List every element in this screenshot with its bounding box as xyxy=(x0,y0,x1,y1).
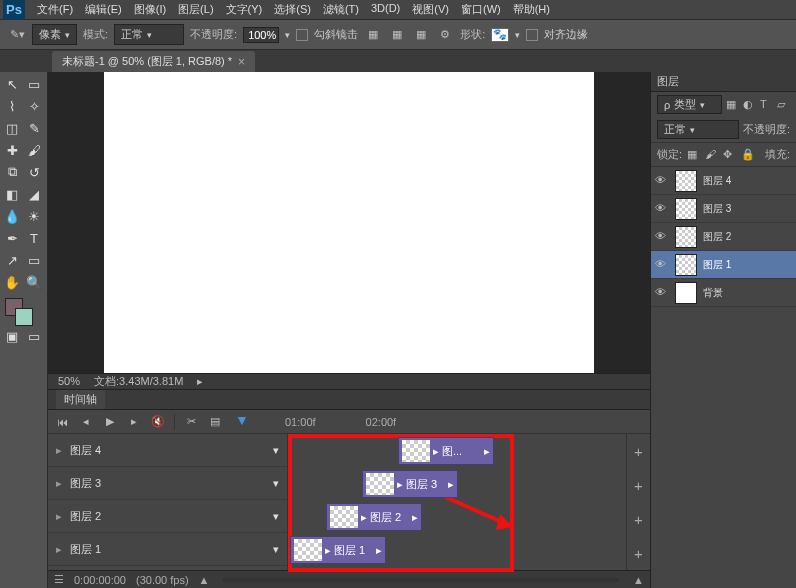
clip-menu-icon[interactable]: ▸ xyxy=(376,544,382,557)
layer-row[interactable]: 👁背景 xyxy=(651,279,796,307)
play-button[interactable]: ▶ xyxy=(102,415,118,429)
split-button[interactable]: ✂ xyxy=(183,415,199,429)
stamp-tool[interactable]: ⧉ xyxy=(2,162,22,182)
marquee-tool[interactable]: ▭ xyxy=(24,74,44,94)
opt-icon-2[interactable]: ▦ xyxy=(388,26,406,44)
clip-arrow-icon[interactable]: ▸ xyxy=(433,445,439,458)
expand-icon[interactable]: ▸ xyxy=(56,444,62,457)
timeline-row[interactable]: ▸图层 1▾ xyxy=(48,533,287,566)
timeline-menu-icon[interactable]: ☰ xyxy=(54,573,64,586)
visibility-icon[interactable]: 👁 xyxy=(655,174,669,188)
visibility-icon[interactable]: 👁 xyxy=(655,258,669,272)
opt-icon-3[interactable]: ▦ xyxy=(412,26,430,44)
track-menu-icon[interactable]: ▾ xyxy=(273,510,279,523)
opacity-input[interactable]: 100% xyxy=(243,27,279,43)
mute-button[interactable]: 🔇 xyxy=(150,415,166,429)
screen-mode-tool[interactable]: ▭ xyxy=(24,326,44,346)
timeline-clip[interactable]: ▸图...▸ xyxy=(398,437,494,465)
eraser-tool[interactable]: ◧ xyxy=(2,184,22,204)
opacity-flyout-icon[interactable]: ▾ xyxy=(285,30,290,40)
visibility-icon[interactable]: 👁 xyxy=(655,230,669,244)
menu-item[interactable]: 编辑(E) xyxy=(79,2,128,17)
track-menu-icon[interactable]: ▾ xyxy=(273,543,279,556)
tool-preset-icon[interactable]: ✎▾ xyxy=(8,26,26,44)
layer-row[interactable]: 👁图层 4 xyxy=(651,167,796,195)
track-menu-icon[interactable]: ▾ xyxy=(273,477,279,490)
layer-blend-select[interactable]: 正常▾ xyxy=(657,120,739,139)
menu-item[interactable]: 文件(F) xyxy=(31,2,79,17)
menu-item[interactable]: 窗口(W) xyxy=(455,2,507,17)
layer-filter-select[interactable]: ρ类型▾ xyxy=(657,95,722,114)
align-checkbox[interactable] xyxy=(526,29,538,41)
canvas-area[interactable] xyxy=(48,72,650,373)
history-brush-tool[interactable]: ↺ xyxy=(24,162,44,182)
expand-icon[interactable]: ▸ xyxy=(56,510,62,523)
canvas[interactable] xyxy=(104,72,594,373)
timeline-row[interactable]: ▸图层 3▾ xyxy=(48,467,287,500)
clip-arrow-icon[interactable]: ▸ xyxy=(397,478,403,491)
zoom-tool[interactable]: 🔍 xyxy=(24,272,44,292)
clip-arrow-icon[interactable]: ▸ xyxy=(361,511,367,524)
opt-icon-1[interactable]: ▦ xyxy=(364,26,382,44)
background-swatch[interactable] xyxy=(15,308,33,326)
menu-item[interactable]: 选择(S) xyxy=(268,2,317,17)
prev-frame-button[interactable]: ◂ xyxy=(78,415,94,429)
menu-item[interactable]: 3D(D) xyxy=(365,2,406,17)
zoom-level[interactable]: 50% xyxy=(58,375,80,387)
type-tool[interactable]: T xyxy=(24,228,44,248)
lock-all-icon[interactable]: 🔒 xyxy=(741,148,754,161)
add-media-button[interactable]: + xyxy=(627,434,650,468)
clip-arrow-icon[interactable]: ▸ xyxy=(325,544,331,557)
crop-tool[interactable]: ◫ xyxy=(2,118,22,138)
pen-tool[interactable]: ✒ xyxy=(2,228,22,248)
track-menu-icon[interactable]: ▾ xyxy=(273,444,279,457)
status-flyout-icon[interactable]: ▸ xyxy=(197,375,203,388)
timeline-clip[interactable]: ▸图层 1▸ xyxy=(290,536,386,564)
brush-tool[interactable]: 🖌 xyxy=(24,140,44,160)
menu-item[interactable]: 图层(L) xyxy=(172,2,219,17)
clip-menu-icon[interactable]: ▸ xyxy=(412,511,418,524)
layer-row[interactable]: 👁图层 3 xyxy=(651,195,796,223)
first-frame-button[interactable]: ⏮ xyxy=(54,415,70,429)
timeline-row[interactable]: ▸图层 4▾ xyxy=(48,434,287,467)
heal-tool[interactable]: ✚ xyxy=(2,140,22,160)
visibility-icon[interactable]: 👁 xyxy=(655,202,669,216)
gear-icon[interactable]: ⚙ xyxy=(436,26,454,44)
filter-shape-icon[interactable]: ▱ xyxy=(777,98,790,111)
tool-mode-select[interactable]: 像素▾ xyxy=(32,24,77,45)
lock-trans-icon[interactable]: ▦ xyxy=(687,148,700,161)
layer-row[interactable]: 👁图层 1 xyxy=(651,251,796,279)
dodge-tool[interactable]: ☀ xyxy=(24,206,44,226)
layers-panel-tab[interactable]: 图层 xyxy=(657,74,679,89)
eyedropper-tool[interactable]: ✎ xyxy=(24,118,44,138)
lock-pos-icon[interactable]: ✥ xyxy=(723,148,736,161)
clip-menu-icon[interactable]: ▸ xyxy=(484,445,490,458)
wand-tool[interactable]: ✧ xyxy=(24,96,44,116)
pressure-checkbox[interactable] xyxy=(296,29,308,41)
transition-button[interactable]: ▤ xyxy=(207,415,223,429)
zoom-in-icon[interactable]: ▲ xyxy=(633,574,644,586)
expand-icon[interactable]: ▸ xyxy=(56,543,62,556)
clip-menu-icon[interactable]: ▸ xyxy=(448,478,454,491)
hand-tool[interactable]: ✋ xyxy=(2,272,22,292)
close-icon[interactable]: × xyxy=(238,55,245,69)
filter-type-icon[interactable]: T xyxy=(760,98,773,111)
menu-item[interactable]: 滤镜(T) xyxy=(317,2,365,17)
next-frame-button[interactable]: ▸ xyxy=(126,415,142,429)
blur-tool[interactable]: 💧 xyxy=(2,206,22,226)
playhead-icon[interactable]: ▼ xyxy=(235,412,249,428)
add-media-button[interactable]: + xyxy=(627,536,650,570)
blend-mode-select[interactable]: 正常▾ xyxy=(114,24,184,45)
filter-adj-icon[interactable]: ◐ xyxy=(743,98,756,111)
timeline-tab[interactable]: 时间轴 xyxy=(56,390,105,409)
timeline-row[interactable]: ▸图层 2▾ xyxy=(48,500,287,533)
shape-picker[interactable]: 🐾 xyxy=(491,28,509,42)
menu-item[interactable]: 文字(Y) xyxy=(220,2,269,17)
timeline-clip[interactable]: ▸图层 2▸ xyxy=(326,503,422,531)
add-media-button[interactable]: + xyxy=(627,468,650,502)
add-media-button[interactable]: + xyxy=(627,502,650,536)
quickmask-tool[interactable]: ▣ xyxy=(2,326,22,346)
move-tool[interactable]: ↖ xyxy=(2,74,22,94)
expand-icon[interactable]: ▸ xyxy=(56,477,62,490)
visibility-icon[interactable]: 👁 xyxy=(655,286,669,300)
